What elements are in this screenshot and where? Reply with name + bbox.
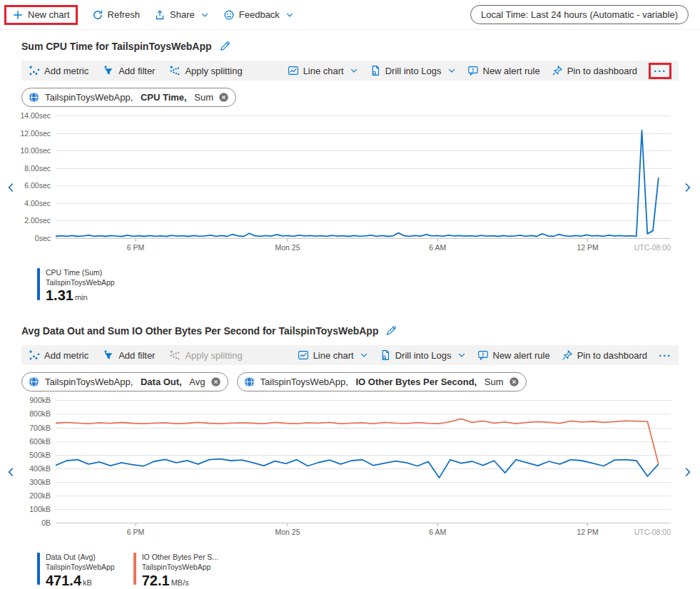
series-line — [56, 459, 659, 478]
y-axis-tick-label: 700kB — [29, 424, 51, 432]
legend-value: 72.1MB/s — [142, 573, 218, 588]
more-menu-button[interactable]: ··· — [654, 65, 666, 77]
share-label: Share — [170, 9, 195, 20]
chart-title: Sum CPU Time for TailspinToysWebApp — [21, 41, 212, 52]
share-button[interactable]: Share — [154, 9, 209, 21]
add-filter-button[interactable]: Add filter — [103, 349, 155, 361]
drill-into-logs-dropdown[interactable]: Drill into Logs — [380, 349, 466, 361]
logs-document-icon — [380, 349, 391, 361]
drill-into-logs-dropdown[interactable]: Drill into Logs — [370, 65, 456, 76]
refresh-icon — [92, 9, 103, 21]
chart-legend: Data Out (Avg) TailspinToysWebApp 471.4k… — [37, 553, 700, 588]
drill-into-logs-label: Drill into Logs — [395, 350, 452, 361]
apply-splitting-icon — [169, 65, 181, 76]
chart-nav-right-button[interactable] — [683, 466, 693, 478]
pencil-icon — [385, 324, 397, 337]
pill-resource: TailspinToysWebApp, — [45, 377, 136, 387]
y-axis-tick-label: 600kB — [29, 437, 51, 446]
x-axis-tick: 6 AM — [429, 523, 446, 536]
chevron-down-icon — [285, 11, 294, 19]
metric-pill[interactable]: TailspinToysWebApp, IO Other Bytes Per S… — [237, 372, 527, 391]
edit-title-button[interactable] — [385, 324, 397, 337]
pill-metric: IO Other Bytes Per Second, — [355, 377, 479, 387]
chevron-down-icon — [201, 11, 209, 19]
x-axis: 6 PMMon 256 AM12 PMUTC-08:00 — [56, 523, 671, 541]
plot-grid: 14.00sec12.00sec10.00sec8.00sec6.00sec4.… — [56, 116, 671, 238]
chart-area-data-out: 900kB800kB700kB600kB500kB400kB300kB200kB… — [0, 400, 700, 551]
add-metric-label: Add metric — [44, 350, 88, 361]
feedback-label: Feedback — [239, 9, 280, 20]
pin-to-dashboard-button[interactable]: Pin to dashboard — [552, 65, 637, 76]
plus-icon — [12, 9, 24, 21]
legend-item[interactable]: IO Other Bytes Per S... TailspinToysWebA… — [133, 553, 218, 588]
chart-type-label: Line chart — [313, 350, 354, 361]
chart-series-lines — [56, 116, 671, 238]
more-menu-callout: ··· — [649, 63, 671, 79]
chart-type-dropdown[interactable]: Line chart — [298, 349, 368, 361]
line-chart-icon — [288, 65, 299, 76]
add-metric-icon — [29, 349, 40, 361]
x-axis: 6 PMMon 256 AM12 PMUTC-08:00 — [56, 238, 671, 257]
pill-aggregation: Sum — [485, 377, 504, 387]
legend-unit: min — [75, 293, 88, 302]
legend-item[interactable]: Data Out (Avg) TailspinToysWebApp 471.4k… — [37, 553, 115, 588]
drill-into-logs-label: Drill into Logs — [385, 66, 442, 76]
apply-splitting-button[interactable]: Apply splitting — [169, 65, 242, 76]
pill-metric: CPU Time, — [141, 92, 189, 103]
edit-title-button[interactable] — [219, 40, 231, 52]
new-chart-label: New chart — [28, 9, 70, 20]
chart-nav-left-button[interactable] — [6, 466, 16, 478]
apply-splitting-label: Apply splitting — [185, 66, 242, 76]
pin-to-dashboard-label: Pin to dashboard — [577, 350, 647, 361]
y-axis-tick-label: 10.00sec — [20, 146, 51, 155]
legend-color-bar — [37, 268, 40, 300]
x-axis-tick: Mon 25 — [275, 239, 300, 252]
logs-document-icon — [370, 65, 381, 76]
remove-metric-button[interactable] — [210, 377, 221, 387]
refresh-label: Refresh — [108, 9, 141, 20]
new-chart-button[interactable]: New chart — [12, 9, 70, 21]
remove-metric-button[interactable] — [218, 92, 229, 103]
legend-color-bar — [133, 553, 136, 585]
new-alert-rule-button[interactable]: New alert rule — [467, 65, 540, 76]
chart-type-dropdown[interactable]: Line chart — [288, 65, 358, 76]
metric-pill-row: TailspinToysWebApp, Data Out, Avg Tailsp… — [21, 372, 679, 391]
chevron-down-icon — [457, 351, 466, 359]
chart-nav-left-button[interactable] — [6, 181, 16, 194]
refresh-button[interactable]: Refresh — [92, 9, 141, 21]
feedback-button[interactable]: Feedback — [223, 9, 294, 21]
x-axis-tick: 6 PM — [127, 523, 145, 536]
new-alert-rule-button[interactable]: New alert rule — [477, 349, 550, 361]
pin-to-dashboard-button[interactable]: Pin to dashboard — [562, 349, 647, 361]
chart-nav-right-button[interactable] — [683, 181, 693, 194]
add-filter-label: Add filter — [118, 350, 155, 361]
y-axis-tick-label: 0sec — [35, 234, 51, 242]
chevron-down-icon — [447, 66, 456, 75]
y-axis-tick-label: 900kB — [29, 396, 51, 404]
y-axis-tick-label: 6.00sec — [24, 181, 51, 190]
add-filter-button[interactable]: Add filter — [103, 65, 155, 76]
series-line — [56, 419, 659, 464]
legend-item[interactable]: CPU Time (Sum) TailspinToysWebApp 1.31mi… — [37, 268, 115, 303]
more-menu-button[interactable]: ··· — [659, 349, 671, 362]
new-alert-rule-label: New alert rule — [493, 350, 550, 361]
y-axis-tick-label: 100kB — [29, 505, 51, 513]
y-axis-tick-label: 12.00sec — [20, 129, 51, 138]
top-toolbar: New chart Refresh Share Feedback Local T… — [0, 0, 700, 30]
webapp-icon — [28, 91, 40, 103]
share-icon — [154, 9, 166, 21]
timezone-label: UTC-08:00 — [634, 243, 671, 252]
add-metric-button[interactable]: Add metric — [29, 65, 88, 76]
time-range-picker[interactable]: Local Time: Last 24 hours (Automatic - v… — [470, 5, 689, 24]
chart-type-label: Line chart — [303, 66, 344, 76]
webapp-icon — [28, 376, 40, 388]
remove-metric-button[interactable] — [509, 377, 519, 387]
metric-pill[interactable]: TailspinToysWebApp, CPU Time, Sum — [21, 88, 236, 107]
y-axis-tick-label: 2.00sec — [24, 216, 51, 225]
add-metric-button[interactable]: Add metric — [29, 349, 88, 361]
x-axis-tick: Mon 25 — [275, 523, 300, 536]
pill-aggregation: Avg — [189, 377, 205, 387]
pin-icon — [552, 65, 563, 76]
metric-pill[interactable]: TailspinToysWebApp, Data Out, Avg — [21, 372, 228, 391]
legend-unit: kB — [83, 578, 92, 587]
